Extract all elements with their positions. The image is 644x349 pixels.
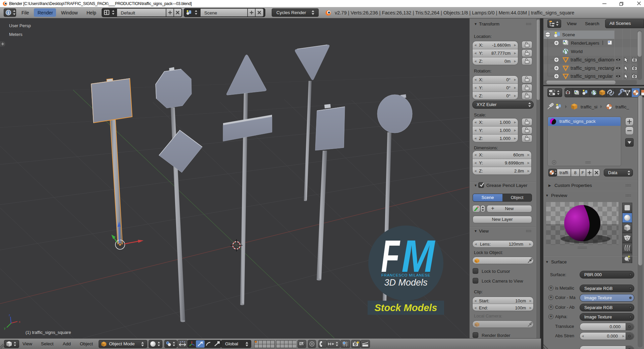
svg-text:traffic_signs_rectangle: traffic_signs_rectangle [571, 65, 618, 71]
svg-text:3D Models: 3D Models [384, 278, 427, 288]
svg-text:z: z [9, 313, 10, 317]
svg-text:User Persp: User Persp [9, 23, 31, 28]
svg-text:Meters: Meters [9, 32, 22, 37]
svg-text:Stock Models: Stock Models [375, 302, 437, 313]
svg-text:(1) traffic_signs_square: (1) traffic_signs_square [25, 330, 71, 335]
svg-text:x: x [19, 320, 20, 323]
svg-text:RenderLayers: RenderLayers [571, 41, 599, 46]
svg-text:traffic_si: traffic_si [581, 104, 597, 109]
svg-text:World: World [571, 49, 583, 54]
svg-text:Scene: Scene [562, 32, 575, 37]
svg-text:traffic_: traffic_ [615, 104, 629, 109]
svg-text:traffic_signs_regular: traffic_signs_regular [571, 73, 613, 79]
svg-text:traffic_signs_diamond: traffic_signs_diamond [571, 57, 616, 62]
svg-text:FRANCESCO MILANESE: FRANCESCO MILANESE [381, 273, 430, 277]
svg-text:y: y [4, 327, 6, 330]
